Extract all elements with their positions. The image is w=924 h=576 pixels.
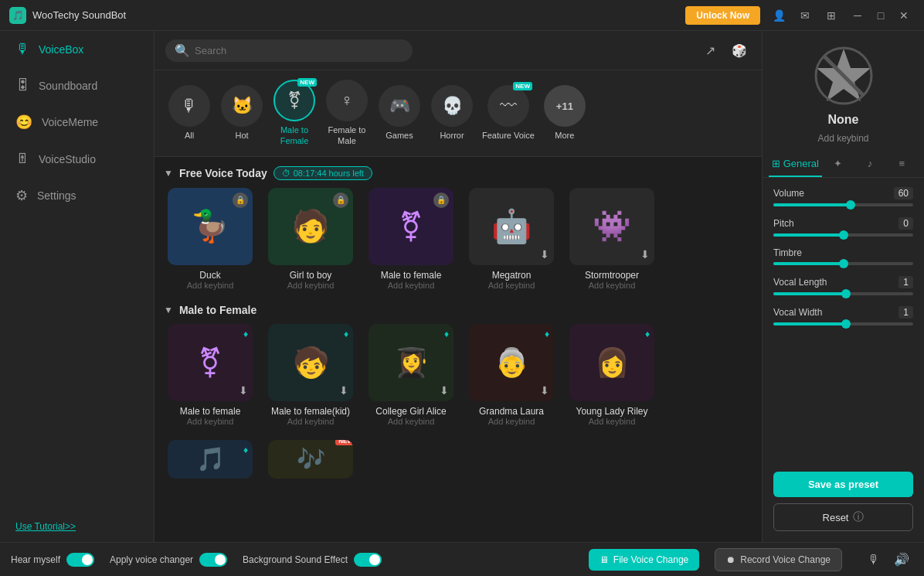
mtf4-keybind[interactable]: Add keybind [488, 417, 535, 426]
mtf-free-lock-icon: 🔒 [433, 193, 449, 208]
voice-card-extra2[interactable]: NEW 🎶 [264, 440, 357, 479]
mtf4-download: ⬇ [540, 384, 549, 397]
search-input[interactable] [195, 45, 403, 56]
mtf5-img: 👩 ♦ [569, 324, 654, 401]
sidebar-item-voicememe[interactable]: 😊 VoiceMeme [0, 104, 154, 141]
save-preset-button[interactable]: Save as preset [773, 472, 913, 497]
tab-equalizer[interactable]: ≡ [886, 152, 918, 177]
duck-img: 🦆 🔒 [168, 188, 253, 265]
close-button[interactable]: ✕ [893, 5, 915, 26]
sidebar-item-soundboard[interactable]: 🎛 Soundboard [0, 67, 154, 104]
voice-card-stormtrooper[interactable]: 👾 ⬇ Stormtrooper Add keybind [566, 188, 658, 290]
free-voice-collapse[interactable]: ▼ [164, 168, 173, 179]
voice-card-megatron[interactable]: 🤖 ⬇ Megatron Add keybind [465, 188, 558, 290]
megatron-keybind[interactable]: Add keybind [488, 281, 535, 290]
mtf-free-keybind[interactable]: Add keybind [388, 281, 435, 290]
voice-card-mtf2[interactable]: 🧒 ♦ ⬇ Male to female(kid) Add keybind [264, 324, 357, 426]
record-voice-change-button[interactable]: ⏺ Record Voice Change [715, 548, 842, 571]
ftm-label: Female toMale [328, 124, 366, 147]
settings-icon: ⚙ [15, 187, 28, 204]
app-logo: 🎵 [9, 7, 26, 24]
sidebar-item-voicestudio[interactable]: 🎚 VoiceStudio [0, 141, 154, 177]
user-icon[interactable]: 👤 [768, 5, 790, 26]
use-tutorial-link[interactable]: Use Tutorial>> [15, 521, 76, 532]
maximize-button[interactable]: □ [870, 5, 892, 26]
category-female-to-male[interactable]: ♀ Female toMale [323, 77, 371, 150]
voice-card-girl-to-boy[interactable]: 🧑 🔒 Girl to boy Add keybind [264, 188, 357, 290]
right-panel: None Add keybind ⊞ General ✦ ♪ ≡ Volume [762, 31, 924, 542]
grid-icon[interactable]: ⊞ [820, 5, 842, 26]
reset-button[interactable]: Reset ⓘ [773, 503, 913, 531]
timbre-thumb[interactable] [839, 259, 848, 268]
preset-keybind[interactable]: Add keybind [817, 133, 868, 144]
extra-cards-grid: 🎵 ♦ NEW 🎶 [164, 440, 752, 479]
category-more[interactable]: +11 More [541, 82, 589, 144]
mtf2-keybind[interactable]: Add keybind [287, 417, 335, 426]
category-all[interactable]: 🎙 All [165, 82, 213, 144]
storm-img: 👾 ⬇ [569, 188, 654, 265]
topbar-icons: ↗ 🎲 [698, 39, 751, 62]
feature-icon-wrap: NEW 〰 [487, 85, 529, 127]
pitch-value: 0 [899, 217, 913, 230]
category-hot[interactable]: 🐱 Hot [218, 82, 266, 144]
pitch-track[interactable] [773, 233, 913, 237]
mail-icon[interactable]: ✉ [794, 5, 816, 26]
random-icon[interactable]: 🎲 [728, 39, 751, 62]
pitch-thumb[interactable] [839, 230, 848, 240]
mtf3-keybind[interactable]: Add keybind [388, 417, 435, 426]
hear-myself-label: Hear myself [11, 554, 60, 565]
voice-card-extra1[interactable]: 🎵 ♦ [164, 440, 256, 479]
apply-voice-toggle[interactable] [199, 553, 227, 567]
duck-keybind[interactable]: Add keybind [187, 281, 234, 290]
gtb-emoji: 🧑 [291, 208, 330, 244]
hear-myself-toggle[interactable] [66, 553, 94, 567]
export-icon[interactable]: ↗ [698, 39, 722, 62]
search-wrap[interactable]: 🔍 [165, 39, 413, 62]
voice-card-mtf4[interactable]: 👵 ♦ ⬇ Grandma Laura Add keybind [465, 324, 558, 426]
minimize-button[interactable]: ─ [847, 5, 868, 26]
category-horror[interactable]: 💀 Horror [428, 82, 476, 144]
vocal-width-track[interactable] [773, 322, 913, 325]
megatron-name: Megatron [492, 270, 532, 281]
apply-voice-label: Apply voice changer [110, 554, 193, 565]
vocal-length-thumb[interactable] [841, 289, 851, 298]
extra1-diamond: ♦ [243, 445, 248, 455]
gtb-keybind[interactable]: Add keybind [287, 281, 335, 290]
category-games[interactable]: 🎮 Games [375, 82, 423, 144]
timbre-track[interactable] [773, 262, 913, 265]
mtf2-download: ⬇ [339, 384, 348, 397]
category-male-to-female[interactable]: NEW ⚧ Male toFemale [270, 77, 318, 150]
storm-keybind[interactable]: Add keybind [589, 281, 636, 290]
mtf3-name: College Girl Alice [375, 406, 446, 417]
mtf5-keybind[interactable]: Add keybind [589, 417, 636, 426]
microphone-icon[interactable]: 🎙 [862, 548, 885, 571]
file-voice-change-button[interactable]: 🖥 File Voice Change [589, 549, 699, 571]
vocal-length-track[interactable] [773, 292, 913, 295]
voice-card-mtf1[interactable]: ⚧ ♦ ⬇ Male to female Add keybind [164, 324, 256, 426]
category-feature-voice[interactable]: NEW 〰 Feature Voice [481, 82, 536, 144]
app-title: WooTechy SoundBot [32, 9, 685, 21]
games-icon-wrap: 🎮 [379, 85, 420, 127]
voice-card-mtf3[interactable]: 👩‍🎓 ♦ ⬇ College Girl Alice Add keybind [365, 324, 457, 426]
tab-music[interactable]: ♪ [854, 152, 885, 177]
mtf-collapse[interactable]: ▼ [164, 305, 173, 315]
vocal-width-thumb[interactable] [841, 319, 851, 329]
mtf4-diamond: ♦ [545, 329, 549, 339]
unlock-button[interactable]: Unlock Now [685, 6, 760, 25]
speaker-icon[interactable]: 🔊 [890, 548, 913, 571]
volume-thumb[interactable] [846, 200, 855, 210]
sidebar-item-voicebox[interactable]: 🎙 VoiceBox [0, 31, 154, 67]
sidebar-item-settings[interactable]: ⚙ Settings [0, 177, 154, 214]
bg-sound-toggle[interactable] [354, 553, 382, 567]
volume-track[interactable] [773, 203, 913, 206]
voice-card-mtf-free[interactable]: ⚧ 🔒 Male to female Add keybind [365, 188, 457, 290]
mtf1-download: ⬇ [239, 384, 248, 397]
tab-effects[interactable]: ✦ [822, 152, 854, 177]
mtf1-keybind[interactable]: Add keybind [187, 417, 234, 426]
tab-general[interactable]: ⊞ General [769, 152, 822, 177]
mtf-section-title: Male to Female [179, 304, 256, 316]
content-topbar: 🔍 ↗ 🎲 [155, 31, 762, 70]
bg-sound-label: Background Sound Effect [243, 554, 348, 565]
voice-card-duck[interactable]: 🦆 🔒 Duck Add keybind [164, 188, 256, 290]
voice-card-mtf5[interactable]: 👩 ♦ Young Lady Riley Add keybind [566, 324, 658, 426]
